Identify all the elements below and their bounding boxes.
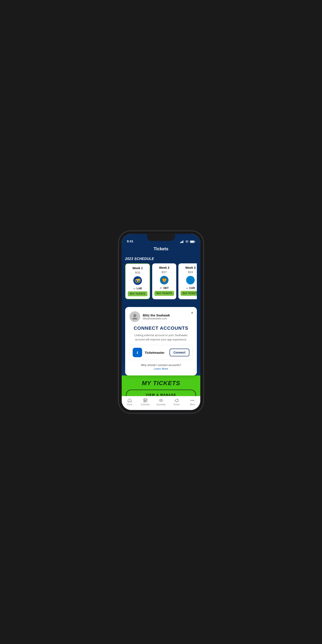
tab-home[interactable]: Home xyxy=(122,398,138,406)
svg-point-4 xyxy=(187,243,187,243)
home-icon xyxy=(127,398,132,403)
schedule-cards: Week 1 9/10 xyxy=(125,264,197,299)
connect-ticketmaster-button[interactable]: Connect xyxy=(170,348,189,356)
status-time: 9:41 xyxy=(127,239,133,243)
tab-roster-label: Roster xyxy=(174,403,180,406)
svg-point-18 xyxy=(133,314,136,317)
connect-accounts-modal: × Blitz the Seahawk blitz@seahawks.com xyxy=(125,307,197,376)
learn-more-link[interactable]: Learn More xyxy=(130,367,192,370)
football-icon xyxy=(159,398,163,403)
week-2-date: 9/17 xyxy=(162,271,166,274)
schedule-section: 2023 SCHEDULE Week 1 9/10 xyxy=(122,254,200,303)
my-tickets-title: MY TICKETS xyxy=(126,380,196,386)
helmet-icon xyxy=(174,398,179,403)
provider-name: Ticketmaster xyxy=(145,351,167,354)
connect-description: Linking external account to your Seahawk… xyxy=(130,333,192,342)
my-tickets-section: MY TICKETS VIEW & MANAGE xyxy=(122,376,200,396)
svg-point-27 xyxy=(192,400,193,401)
user-name: Blitz the Seahawk xyxy=(143,314,192,317)
more-dots-icon xyxy=(190,398,195,403)
ticketmaster-provider-row: t Ticketmaster Connect xyxy=(130,345,192,360)
svg-text:🦁: 🦁 xyxy=(162,277,168,283)
week-1-date: 9/10 xyxy=(135,271,140,274)
schedule-title: 2023 SCHEDULE xyxy=(125,257,197,261)
week-3-matchup: vs CAR xyxy=(186,286,195,290)
tab-schedule[interactable]: Schedule xyxy=(138,398,153,406)
week-2-card[interactable]: Week 2 9/17 🦁 AT DET BUY TICKET xyxy=(152,264,176,299)
week-3-logo: 🐾 xyxy=(185,275,196,285)
tab-schedule-label: Schedule xyxy=(141,403,150,406)
status-icons xyxy=(180,240,195,243)
signal-icon xyxy=(180,240,184,243)
svg-rect-21 xyxy=(145,400,146,401)
svg-point-26 xyxy=(191,400,192,401)
scroll-area[interactable]: 2023 SCHEDULE Week 1 9/10 xyxy=(122,254,200,396)
modal-user-row: Blitz the Seahawk blitz@seahawks.com xyxy=(130,311,192,322)
tab-gameday[interactable]: Gameday xyxy=(153,398,169,406)
svg-rect-2 xyxy=(182,241,182,243)
week-1-card[interactable]: Week 1 9/10 xyxy=(125,264,150,299)
avatar xyxy=(130,311,140,322)
calendar-icon xyxy=(143,398,148,403)
week-3-label: Week 3 xyxy=(185,266,196,270)
week-2-buy-button[interactable]: BUY TICKETS xyxy=(154,291,174,296)
user-email: blitz@seahawks.com xyxy=(143,317,192,320)
week-2-logo: 🦁 xyxy=(159,275,169,285)
tab-home-label: Home xyxy=(127,403,132,406)
week-1-label: Week 1 xyxy=(132,266,143,270)
svg-text:🐾: 🐾 xyxy=(188,277,194,283)
page-title: Tickets xyxy=(126,246,196,251)
page-header: Tickets xyxy=(122,245,200,254)
battery-icon xyxy=(190,240,195,243)
week-3-date: 9/24 xyxy=(188,271,193,274)
svg-rect-0 xyxy=(180,242,181,243)
week-3-card[interactable]: Week 3 9/24 🐾 vs CAR BUY TICKET xyxy=(178,264,197,299)
why-connect-text: Why should I connect accounts? xyxy=(130,364,192,367)
notch xyxy=(147,234,175,241)
avatar-silhouette-icon xyxy=(132,314,138,320)
tab-more-label: More xyxy=(190,403,195,406)
week-2-matchup: AT DET xyxy=(160,286,168,290)
svg-rect-1 xyxy=(181,242,182,243)
week-1-logo xyxy=(132,276,143,286)
svg-point-28 xyxy=(194,400,194,401)
connect-title: CONNECT ACCOUNTS xyxy=(130,326,192,331)
svg-rect-7 xyxy=(194,241,195,242)
tab-bar: Home Schedule xyxy=(122,396,200,410)
tab-gameday-label: Gameday xyxy=(156,403,166,406)
wifi-icon xyxy=(185,240,189,243)
week-1-buy-button[interactable]: BUY TICKETS xyxy=(128,291,148,296)
svg-rect-23 xyxy=(144,401,145,402)
close-modal-button[interactable]: × xyxy=(191,310,194,315)
svg-rect-24 xyxy=(145,401,146,402)
tab-roster[interactable]: Roster xyxy=(169,398,184,406)
week-1-matchup: vs LAR xyxy=(133,287,142,290)
svg-rect-22 xyxy=(146,400,146,401)
week-3-buy-button[interactable]: BUY TICKETS xyxy=(180,291,197,296)
svg-point-11 xyxy=(136,280,139,282)
week-2-label: Week 2 xyxy=(159,266,169,270)
user-info: Blitz the Seahawk blitz@seahawks.com xyxy=(143,314,192,320)
svg-rect-6 xyxy=(190,241,194,242)
view-manage-button[interactable]: VIEW & MANAGE xyxy=(126,390,196,396)
ticketmaster-logo: t xyxy=(133,348,142,357)
svg-rect-20 xyxy=(144,400,145,401)
tab-more[interactable]: More xyxy=(184,398,200,406)
svg-rect-3 xyxy=(183,240,183,243)
